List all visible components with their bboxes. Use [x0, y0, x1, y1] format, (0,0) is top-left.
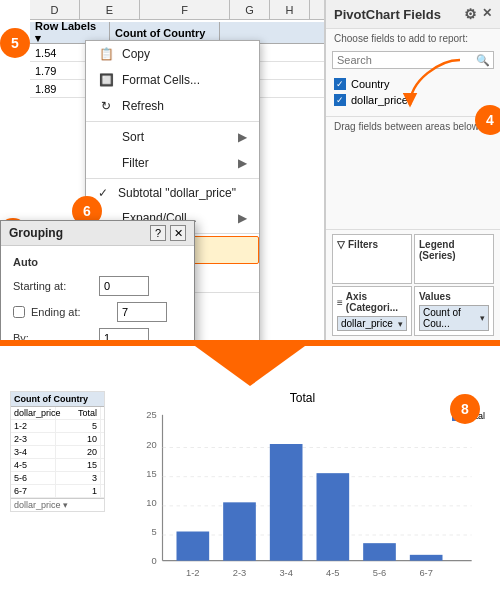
- dialog-titlebar: Grouping ? ✕: [1, 221, 194, 246]
- pivot-panel-title-text: PivotChart Fields: [334, 7, 441, 22]
- cpt-row-2: 2-3 10: [11, 433, 104, 446]
- cpt-row-5: 5-6 3: [11, 472, 104, 485]
- gear-icon[interactable]: ⚙: [464, 6, 477, 22]
- area-legend: Legend (Series): [414, 234, 494, 284]
- cpt-value-5: 3: [56, 472, 101, 484]
- dialog-controls: ? ✕: [150, 225, 186, 241]
- filter-icon: [98, 155, 114, 171]
- cm-subtotal[interactable]: ✓ Subtotal "dollar_price": [86, 181, 259, 205]
- svg-text:1-2: 1-2: [186, 568, 199, 578]
- cm-sort[interactable]: Sort ▶: [86, 124, 259, 150]
- col-d: D: [30, 0, 80, 19]
- dialog-question-btn[interactable]: ?: [150, 225, 166, 241]
- cm-copy[interactable]: 📋 Copy: [86, 41, 259, 67]
- ending-at-input[interactable]: [117, 302, 167, 322]
- badge-5: 5: [0, 28, 30, 58]
- cpt-row-3: 3-4 20: [11, 446, 104, 459]
- svg-text:20: 20: [146, 440, 156, 450]
- top-section: D E F G H Row Labels ▾ Count of Country …: [0, 0, 500, 340]
- cm-sep-1: [86, 121, 259, 122]
- cpt-label-6: 6-7: [11, 485, 56, 497]
- svg-text:10: 10: [146, 498, 156, 508]
- values-item-count[interactable]: Count of Cou... ▾: [419, 305, 489, 331]
- dialog-auto-label: Auto: [13, 256, 182, 268]
- cpt-value-4: 15: [56, 459, 101, 471]
- area-values: Values Count of Cou... ▾: [414, 286, 494, 336]
- svg-text:15: 15: [146, 469, 156, 479]
- by-label: By:: [13, 332, 93, 340]
- orange-triangle: [195, 346, 305, 386]
- bar-chart-svg: 0 5 10 15 20 25: [115, 409, 490, 584]
- dialog-close-btn[interactable]: ✕: [170, 225, 186, 241]
- pivot-panel-title: PivotChart Fields ⚙ ✕: [326, 0, 500, 29]
- cpt-label-4: 4-5: [11, 459, 56, 471]
- svg-text:2-3: 2-3: [233, 568, 246, 578]
- cpt-value-3: 20: [56, 446, 101, 458]
- grouping-dialog: Grouping ? ✕ Auto Starting at: Ending at…: [0, 220, 195, 340]
- ending-at-checkbox-row: [13, 306, 25, 318]
- by-row: By:: [13, 328, 182, 340]
- svg-rect-17: [410, 555, 443, 561]
- pivot-panel: PivotChart Fields ⚙ ✕ Choose fields to a…: [325, 0, 500, 340]
- svg-text:6-7: 6-7: [419, 568, 432, 578]
- cpt-row-1: 1-2 5: [11, 420, 104, 433]
- close-icon[interactable]: ✕: [482, 6, 492, 22]
- cpt-value-header: Total: [56, 407, 101, 419]
- cm-sep-2: [86, 178, 259, 179]
- format-icon: 🔲: [98, 72, 114, 88]
- chart-container: Count of Country dollar_price Total 1-2 …: [10, 391, 490, 591]
- axis-item-dollar-price[interactable]: dollar_price ▾: [337, 316, 407, 331]
- cpt-value-1: 5: [56, 420, 101, 432]
- cpt-label-2: 2-3: [11, 433, 56, 445]
- svg-text:25: 25: [146, 410, 156, 420]
- col-f: F: [140, 0, 230, 19]
- x-axis-label[interactable]: dollar_price ▾: [11, 498, 104, 511]
- cpt-row-header: dollar_price Total: [11, 407, 104, 420]
- bottom-section: Count of Country dollar_price Total 1-2 …: [0, 340, 500, 601]
- cm-filter[interactable]: Filter ▶: [86, 150, 259, 176]
- ending-at-label: Ending at:: [31, 306, 111, 318]
- chart-title: Total: [115, 391, 490, 405]
- bottom-pivot-table: Count of Country dollar_price Total 1-2 …: [10, 391, 105, 512]
- filter-arrow-icon: ▶: [238, 156, 247, 170]
- cm-sort-label: Sort: [122, 130, 144, 144]
- badge-4: 4: [475, 105, 500, 135]
- arrow-to-fields: [400, 50, 480, 110]
- expand-arrow-icon: ▶: [238, 211, 247, 225]
- cpt-label-3: 3-4: [11, 446, 56, 458]
- ending-at-checkbox[interactable]: [13, 306, 25, 318]
- area-filters: ▽ Filters: [332, 234, 412, 284]
- col-h: H: [270, 0, 310, 19]
- axis-dropdown-icon[interactable]: ▾: [398, 319, 403, 329]
- cm-refresh-label: Refresh: [122, 99, 164, 113]
- cpt-row-4: 4-5 15: [11, 459, 104, 472]
- cpt-row-6: 6-7 1: [11, 485, 104, 498]
- spreadsheet-area: D E F G H Row Labels ▾ Count of Country …: [0, 0, 325, 340]
- refresh-icon: ↻: [98, 98, 114, 114]
- cm-format-cells[interactable]: 🔲 Format Cells...: [86, 67, 259, 93]
- cm-format-label: Format Cells...: [122, 73, 200, 87]
- filters-title: ▽ Filters: [337, 239, 407, 250]
- subtotal-check-icon: ✓: [98, 186, 110, 200]
- copy-icon: 📋: [98, 46, 114, 62]
- by-input[interactable]: [99, 328, 149, 340]
- bar-chart: Total Total 0 5 10 15 20 25: [115, 391, 490, 591]
- pivot-panel-subtitle: Choose fields to add to report:: [326, 29, 500, 48]
- cpt-value-6: 1: [56, 485, 101, 497]
- starting-at-label: Starting at:: [13, 280, 93, 292]
- svg-text:5-6: 5-6: [373, 568, 386, 578]
- starting-at-input[interactable]: [99, 276, 149, 296]
- dollar-price-checkbox[interactable]: ✓: [334, 94, 346, 106]
- dialog-body: Auto Starting at: Ending at: By:: [1, 246, 194, 340]
- axis-title: ≡ Axis (Categori...: [337, 291, 407, 313]
- pivot-areas: ▽ Filters Legend (Series) ≡ Axis (Catego…: [326, 229, 500, 340]
- svg-rect-12: [177, 532, 210, 561]
- values-dropdown-icon[interactable]: ▾: [480, 313, 485, 323]
- svg-rect-14: [270, 444, 303, 561]
- legend-title: Legend (Series): [419, 239, 489, 261]
- svg-text:0: 0: [151, 556, 156, 566]
- cm-refresh[interactable]: ↻ Refresh: [86, 93, 259, 119]
- filter-icon: ▽: [337, 239, 345, 250]
- country-checkbox[interactable]: ✓: [334, 78, 346, 90]
- cpt-label-1: 1-2: [11, 420, 56, 432]
